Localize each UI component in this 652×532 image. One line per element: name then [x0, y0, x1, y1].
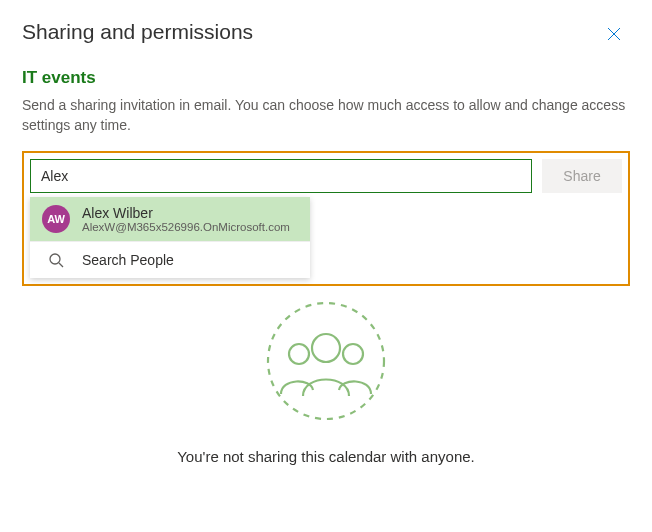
avatar: AW: [42, 205, 70, 233]
svg-point-5: [312, 334, 340, 362]
people-suggestions-dropdown: AW Alex Wilber AlexW@M365x526996.OnMicro…: [30, 197, 310, 278]
search-icon: [42, 252, 70, 268]
close-icon: [607, 27, 621, 45]
svg-point-7: [343, 344, 363, 364]
calendar-name: IT events: [22, 68, 630, 88]
search-people-label: Search People: [82, 252, 174, 268]
panel-title: Sharing and permissions: [22, 20, 253, 44]
search-row: Share: [24, 153, 628, 193]
panel-header: Sharing and permissions: [22, 20, 630, 52]
share-button[interactable]: Share: [542, 159, 622, 193]
people-group-icon: [261, 296, 391, 430]
sharing-permissions-panel: Sharing and permissions IT events Send a…: [0, 0, 652, 532]
svg-point-2: [50, 254, 60, 264]
suggestion-email: AlexW@M365x526996.OnMicrosoft.com: [82, 221, 290, 233]
suggestion-name: Alex Wilber: [82, 205, 290, 221]
svg-point-6: [289, 344, 309, 364]
suggestion-item[interactable]: AW Alex Wilber AlexW@M365x526996.OnMicro…: [30, 197, 310, 241]
people-search-input[interactable]: [41, 168, 521, 184]
people-search-wrap[interactable]: [30, 159, 532, 193]
empty-state: You're not sharing this calendar with an…: [22, 296, 630, 465]
close-button[interactable]: [598, 20, 630, 52]
search-people-action[interactable]: Search People: [30, 241, 310, 278]
suggestion-text: Alex Wilber AlexW@M365x526996.OnMicrosof…: [82, 205, 290, 233]
panel-description: Send a sharing invitation in email. You …: [22, 96, 630, 135]
search-highlight-box: Share AW Alex Wilber AlexW@M365x526996.O…: [22, 151, 630, 286]
empty-state-message: You're not sharing this calendar with an…: [177, 448, 475, 465]
svg-line-3: [59, 263, 63, 267]
